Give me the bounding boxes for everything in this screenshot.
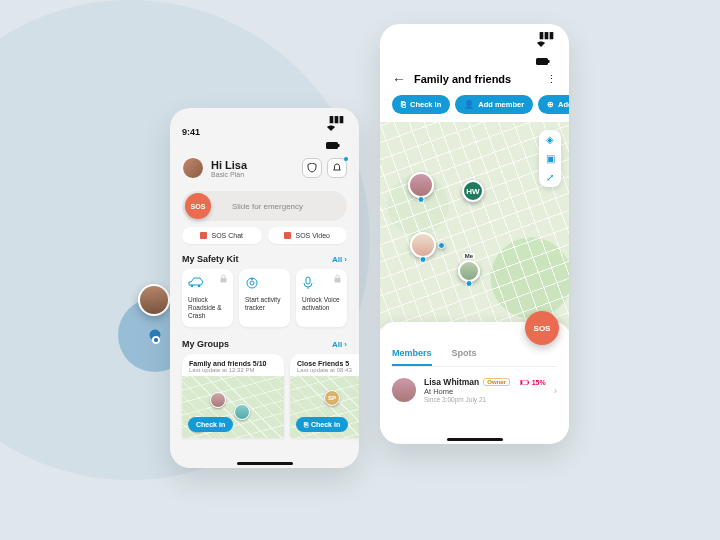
sos-chat-button[interactable]: SOS Chat [182, 227, 262, 244]
status-icons: ▮▮▮ [326, 114, 347, 149]
svg-point-3 [198, 285, 200, 287]
status-bar: 9:41 ▮▮▮ [170, 108, 359, 151]
wifi-icon [326, 124, 347, 132]
chip-label: Check in [410, 100, 441, 109]
pin-label: Me [463, 253, 475, 259]
nav-bar: ← Family and friends ⋮ [380, 67, 569, 95]
checkin-button[interactable]: ⎘ Check in [296, 417, 348, 432]
locate-icon[interactable]: ◈ [546, 134, 554, 145]
checkin-icon: ⎘ [304, 421, 308, 428]
chip-label: Add [558, 100, 569, 109]
chip-add-member[interactable]: 👤 Add member [455, 95, 533, 114]
map-avatar [234, 404, 250, 420]
svg-rect-10 [536, 58, 548, 65]
home-indicator [447, 438, 503, 441]
svg-rect-11 [548, 60, 550, 63]
phone-home: 9:41 ▮▮▮ Hi Lisa Basic Plan SOS Slide fo… [170, 108, 359, 468]
chevron-right-icon: › [554, 385, 557, 396]
kit-label: Unlock Voice activation [302, 296, 341, 312]
chip-label: Add member [478, 100, 524, 109]
member-row[interactable]: Lisa Whitman Owner 15% At Home Since 3:0… [392, 367, 557, 413]
lock-icon [333, 274, 342, 283]
activity-icon [245, 276, 259, 290]
group-subtitle: Last update at 12:32 PM [189, 367, 277, 373]
avatar [138, 284, 170, 316]
svg-rect-4 [221, 278, 227, 283]
svg-point-7 [251, 278, 253, 280]
map[interactable]: ◈ ▣ ⤢ HW Me SOS [380, 122, 569, 330]
svg-rect-14 [528, 381, 529, 383]
map-avatar-initials: SP [324, 390, 340, 406]
svg-rect-1 [338, 144, 340, 147]
home-header: Hi Lisa Basic Plan [170, 151, 359, 185]
kit-title: My Safety Kit [182, 254, 239, 264]
location-dot-icon [152, 336, 160, 344]
lock-icon [219, 274, 228, 283]
svg-point-2 [191, 285, 193, 287]
shield-button[interactable] [302, 158, 322, 178]
chip-checkin[interactable]: ⎘ Check in [392, 95, 450, 114]
chip-add[interactable]: ⊕ Add [538, 95, 569, 114]
battery-icon [536, 58, 557, 65]
checkin-button[interactable]: Check in [188, 417, 233, 432]
battery-icon [326, 142, 347, 149]
avatar[interactable] [182, 157, 204, 179]
signal-icon: ▮▮▮ [329, 114, 344, 124]
checkin-label: Check in [311, 421, 340, 428]
sos-video-label: SOS Video [295, 232, 330, 239]
layers-icon[interactable]: ▣ [546, 153, 555, 164]
greeting: Hi Lisa [211, 159, 297, 171]
bell-button[interactable] [327, 158, 347, 178]
group-title: Close Friends 5 [297, 360, 359, 367]
member-name: Lisa Whitman [424, 377, 479, 387]
kit-label: Unlock Roadside & Crash [188, 296, 227, 320]
kit-activity[interactable]: Start activity tracker [239, 269, 290, 327]
group-title: Family and friends 5/10 [189, 360, 277, 367]
owner-badge: Owner [483, 378, 510, 386]
map-pin-user[interactable] [410, 232, 436, 258]
add-member-icon: 👤 [464, 100, 474, 109]
kit-all-link[interactable]: All › [332, 255, 347, 264]
kit-roadside[interactable]: Unlock Roadside & Crash [182, 269, 233, 327]
tab-members[interactable]: Members [392, 348, 432, 366]
battery-icon [520, 380, 530, 385]
map-tools: ◈ ▣ ⤢ [539, 130, 561, 187]
svg-rect-13 [520, 380, 522, 383]
svg-rect-0 [326, 142, 338, 149]
sos-chat-label: SOS Chat [211, 232, 243, 239]
checkin-label: Check in [196, 421, 225, 428]
sos-slider[interactable]: SOS Slide for emergency [182, 191, 347, 221]
status-bar: ▮▮▮ [380, 24, 569, 67]
svg-rect-9 [335, 278, 341, 283]
sos-video-button[interactable]: SOS Video [268, 227, 348, 244]
member-time: Since 3:00pm July 21 [424, 396, 546, 403]
kit-section-header: My Safety Kit All › [170, 252, 359, 269]
groups-section-header: My Groups All › [170, 337, 359, 354]
group-card-family[interactable]: Family and friends 5/10 Last update at 1… [182, 354, 284, 438]
map-home-dot [438, 242, 445, 249]
sos-fab[interactable]: SOS [525, 311, 559, 345]
map-pin-initials[interactable]: HW [462, 180, 484, 202]
add-icon: ⊕ [547, 100, 554, 109]
back-button[interactable]: ← [392, 71, 406, 87]
plan-label: Basic Plan [211, 171, 297, 178]
kit-voice[interactable]: Unlock Voice activation [296, 269, 347, 327]
groups-title: My Groups [182, 339, 229, 349]
expand-icon[interactable]: ⤢ [546, 172, 554, 183]
map-pin-me[interactable]: Me [458, 260, 480, 282]
kit-label: Start activity tracker [245, 296, 284, 312]
svg-point-6 [250, 281, 254, 285]
more-button[interactable]: ⋮ [546, 73, 557, 86]
groups-all-link[interactable]: All › [332, 340, 347, 349]
tow-truck-icon [188, 276, 202, 290]
checkin-icon: ⎘ [401, 100, 406, 109]
tab-spots[interactable]: Spots [452, 348, 477, 366]
group-card-close-friends[interactable]: Close Friends 5 Last update at 08:43 SP … [290, 354, 359, 438]
signal-icon: ▮▮▮ [539, 30, 554, 40]
wifi-icon [536, 40, 557, 48]
member-location: At Home [424, 387, 546, 396]
video-icon [284, 232, 291, 239]
map-pin-user[interactable] [408, 172, 434, 198]
svg-rect-8 [306, 277, 310, 284]
microphone-icon [302, 276, 316, 290]
